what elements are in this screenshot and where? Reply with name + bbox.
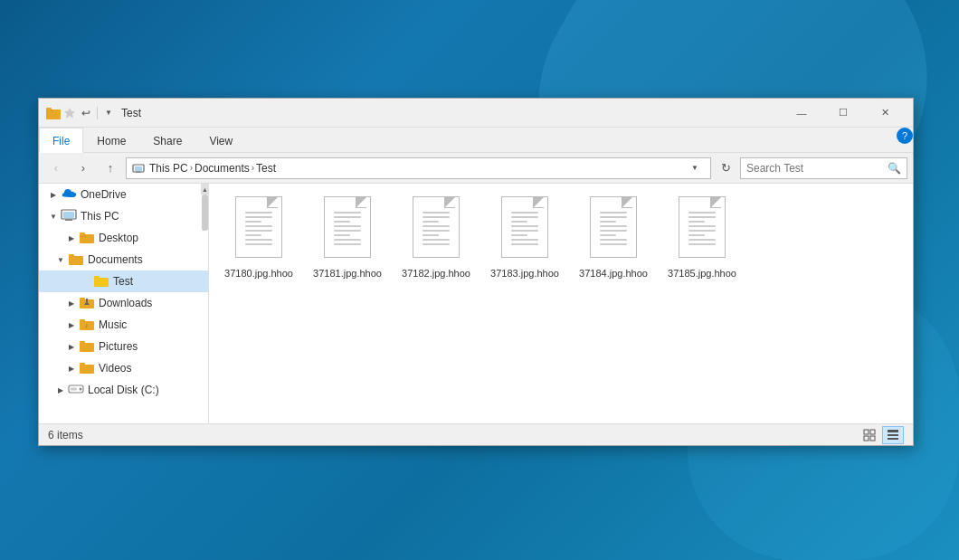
expand-arrow-pictures: ▶ [64, 343, 79, 351]
breadcrumb-test[interactable]: Test [256, 162, 276, 175]
file-item[interactable]: 37180.jpg.hhoo [218, 193, 299, 283]
svg-marker-3 [64, 108, 75, 119]
help-icon[interactable]: ? [897, 128, 913, 144]
file-name: 37182.jpg.hhoo [402, 267, 470, 280]
sidebar-item-thispc[interactable]: ▼ This PC [39, 205, 208, 227]
sidebar-item-music[interactable]: ▶ ♪ Music [39, 314, 208, 336]
undo-icon[interactable]: ↩ [79, 106, 93, 120]
sidebar-item-desktop[interactable]: ▶ Desktop [39, 227, 208, 249]
search-input[interactable] [746, 162, 888, 175]
breadcrumb-sep1: › [190, 163, 193, 173]
breadcrumb-documents[interactable]: Documents [195, 162, 250, 175]
sidebar-item-videos[interactable]: ▶ Videos [39, 357, 208, 379]
file-explorer-window: ↩ ▼ Test — ☐ ✕ File Home Share View ? ‹ … [38, 98, 914, 446]
file-name: 37184.jpg.hhoo [579, 267, 648, 280]
title-bar-left: ↩ ▼ [46, 106, 116, 120]
svg-rect-6 [136, 171, 141, 173]
file-area: 37180.jpg.hhoo 37181.jpg.hhoo [209, 184, 913, 423]
file-name: 37181.jpg.hhoo [313, 267, 382, 280]
documents-icon [68, 252, 84, 267]
sidebar-item-pictures[interactable]: ▶ Pictures [39, 336, 208, 357]
sidebar-item-documents[interactable]: ▼ Documents [39, 249, 208, 271]
svg-rect-25 [80, 341, 85, 345]
svg-rect-34 [870, 436, 875, 441]
window-controls: — ☐ ✕ [781, 99, 906, 128]
refresh-button[interactable]: ↻ [715, 157, 736, 179]
minimize-button[interactable]: — [781, 99, 822, 128]
svg-rect-9 [65, 219, 72, 221]
file-item[interactable]: 37181.jpg.hhoo [307, 193, 388, 283]
item-count: 6 items [48, 429, 83, 441]
sidebar-item-downloads[interactable]: ▶ Downloads [39, 292, 208, 314]
breadcrumb-documents-label: Documents [195, 162, 250, 175]
grid-view-button[interactable] [859, 426, 880, 444]
test-folder-icon [93, 274, 109, 289]
expand-arrow-thispc: ▼ [46, 213, 61, 221]
sidebar: ▲ ▼ ▶ OneDrive ▼ [39, 184, 209, 423]
ribbon-tabs: File Home Share View ? [39, 128, 913, 153]
expand-arrow-documents: ▼ [53, 256, 68, 264]
svg-rect-5 [135, 166, 142, 171]
file-name: 37180.jpg.hhoo [224, 267, 293, 280]
file-item[interactable]: 37182.jpg.hhoo [395, 193, 477, 283]
tab-view[interactable]: View [195, 128, 246, 153]
address-path[interactable]: This PC › Documents › Test ▼ [126, 157, 711, 179]
window-title: Test [121, 107, 781, 119]
file-icon [409, 196, 463, 263]
svg-rect-36 [888, 434, 898, 436]
close-button[interactable]: ✕ [864, 99, 906, 128]
up-button[interactable]: ↑ [99, 157, 122, 179]
breadcrumb-thispc-label: This PC [149, 162, 188, 175]
localdisk-icon [68, 383, 84, 397]
expand-arrow-localdisk: ▶ [53, 386, 68, 394]
expand-arrow-downloads: ▶ [64, 299, 79, 308]
expand-arrow-music: ▶ [64, 321, 79, 329]
sidebar-item-onedrive[interactable]: ▶ OneDrive [39, 184, 208, 205]
svg-rect-37 [888, 438, 898, 440]
svg-rect-31 [864, 430, 869, 434]
thispc-icon [61, 209, 77, 223]
svg-rect-20 [86, 299, 88, 302]
expand-arrow-videos: ▶ [64, 365, 79, 373]
svg-rect-16 [94, 276, 100, 280]
pin-quick-access[interactable] [62, 106, 77, 120]
details-view-button[interactable] [882, 426, 904, 444]
videos-icon [79, 361, 95, 375]
sidebar-item-localdisk[interactable]: ▶ Local Disk (C:) [39, 379, 208, 401]
sidebar-item-test[interactable]: ▶ Test [39, 271, 208, 292]
expand-arrow-desktop: ▶ [64, 234, 79, 242]
forward-button[interactable]: › [71, 157, 95, 179]
svg-rect-8 [63, 212, 74, 218]
address-dropdown-button[interactable]: ▼ [685, 157, 705, 179]
sidebar-label-thispc: This PC [81, 210, 119, 223]
sidebar-label-music: Music [99, 318, 127, 331]
search-button[interactable]: 🔍 [888, 162, 901, 175]
file-item[interactable]: 37183.jpg.hhoo [484, 193, 565, 283]
address-bar: ‹ › ↑ This PC › Documents › Test ▼ ↻ [39, 153, 913, 184]
sidebar-label-desktop: Desktop [99, 232, 138, 244]
svg-point-29 [80, 388, 82, 391]
svg-rect-18 [80, 298, 85, 301]
svg-rect-30 [71, 388, 77, 391]
folder-icon-title [46, 106, 61, 120]
breadcrumb-thispc[interactable]: This PC [132, 162, 188, 175]
svg-rect-35 [888, 430, 898, 432]
svg-rect-14 [69, 254, 74, 258]
status-bar: 6 items [39, 423, 913, 445]
file-icon [675, 196, 729, 263]
view-buttons [859, 426, 904, 444]
file-item[interactable]: 37185.jpg.hhoo [661, 193, 743, 283]
file-name: 37183.jpg.hhoo [490, 267, 559, 280]
scroll-up-button[interactable]: ▲ [201, 184, 209, 195]
restore-button[interactable]: ☐ [822, 99, 864, 128]
tab-home[interactable]: Home [83, 128, 139, 153]
svg-rect-32 [870, 430, 875, 434]
tab-share[interactable]: Share [139, 128, 195, 153]
sidebar-label-videos: Videos [99, 362, 131, 375]
dropdown-quick-access[interactable]: ▼ [101, 106, 116, 120]
back-button[interactable]: ‹ [44, 157, 68, 179]
main-content: ▲ ▼ ▶ OneDrive ▼ [39, 184, 913, 423]
tab-file[interactable]: File [39, 128, 83, 153]
svg-rect-12 [80, 233, 85, 236]
file-item[interactable]: 37184.jpg.hhoo [573, 193, 654, 283]
